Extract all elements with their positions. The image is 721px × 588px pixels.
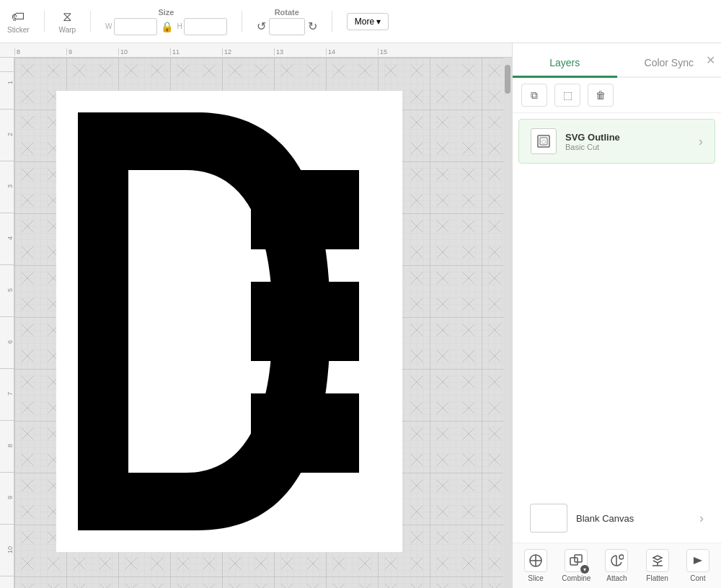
layer-icon: ⬡	[531, 128, 557, 154]
ruler-v-tick-8: 8	[0, 421, 14, 473]
ruler-vertical: 1 2 3 4 5 6 7 8 9 10	[0, 58, 14, 588]
ruler-corner	[0, 58, 14, 72]
scroll-thumb[interactable]	[505, 65, 510, 94]
ruler-tick-10: 10	[118, 48, 170, 55]
ruler-v-tick-4: 4	[0, 213, 14, 265]
layer-info: SVG Outline Basic Cut	[565, 132, 690, 151]
attach-icon	[609, 553, 624, 568]
slice-icon-container	[524, 549, 547, 572]
combine-label: Combine	[562, 574, 590, 582]
slice-label: Slice	[528, 574, 544, 582]
paste-icon: ⬚	[563, 89, 572, 101]
ruler-v-tick-5: 5	[0, 265, 14, 317]
rotate-right-btn[interactable]: ↻	[308, 19, 317, 33]
blank-canvas-label: Blank Canvas	[576, 513, 634, 524]
ruler-tick-13: 13	[274, 48, 326, 55]
sticker-label: Sticker	[7, 26, 30, 34]
ruler-tick-11: 11	[170, 48, 222, 55]
attach-icon-container	[605, 549, 628, 572]
ruler-tick-12: 12	[222, 48, 274, 55]
combine-btn[interactable]: ▾ Combine	[558, 549, 594, 582]
paste-btn[interactable]: ⬚	[554, 84, 580, 107]
slice-btn[interactable]: Slice	[518, 549, 554, 582]
main-area: 8 9 10 11 12 13 14 15 1 2 3 4 5 6 7 8 9 …	[0, 43, 721, 588]
copy-btn[interactable]: ⧉	[521, 84, 547, 107]
vertical-scrollbar[interactable]	[503, 58, 512, 588]
blank-canvas-thumbnail	[530, 504, 567, 533]
more-button[interactable]: More ▾	[347, 13, 389, 30]
flatten-icon	[650, 553, 665, 568]
ruler-v-tick-7: 7	[0, 369, 14, 421]
warp-icon: ⧖	[63, 9, 72, 24]
cont-label: Cont	[690, 574, 705, 582]
warp-tool[interactable]: ⧖ Warp	[59, 9, 76, 34]
ruler-tick-8: 8	[14, 48, 66, 55]
lock-icon: 🔒	[161, 21, 173, 32]
width-label: W	[105, 22, 112, 30]
right-panel: Layers Color Sync ✕ ⧉ ⬚ 🗑	[512, 43, 721, 588]
layer-expand-btn[interactable]: ›	[699, 134, 703, 149]
attach-label: Attach	[606, 574, 627, 582]
height-input[interactable]	[184, 18, 227, 35]
canvas-area[interactable]: 8 9 10 11 12 13 14 15 1 2 3 4 5 6 7 8 9 …	[0, 43, 512, 588]
ruler-v-tick-2: 2	[0, 110, 14, 161]
divider-2	[90, 11, 91, 32]
rotate-controls: ↺ ↻	[257, 18, 317, 35]
divider-4	[332, 11, 332, 32]
copy-icon: ⧉	[531, 89, 538, 102]
ruler-tick-9: 9	[66, 48, 118, 55]
panel-close-btn[interactable]: ✕	[706, 53, 715, 67]
size-tool: Size W 🔒 H	[105, 8, 227, 35]
svg-text:⬡: ⬡	[541, 139, 546, 144]
ruler-v-tick-6: 6	[0, 317, 14, 369]
tab-layers[interactable]: Layers	[513, 57, 617, 78]
svg-rect-18	[575, 555, 582, 562]
width-input[interactable]	[114, 18, 157, 35]
blank-canvas-item: Blank Canvas ›	[518, 496, 715, 540]
warp-label: Warp	[59, 26, 76, 34]
main-toolbar: 🏷 Sticker ⧖ Warp Size W 🔒 H Rotate ↺	[0, 0, 721, 43]
width-group: W	[105, 18, 156, 35]
panel-icon-row: ⧉ ⬚ 🗑	[513, 78, 721, 113]
combine-arrow: ▾	[580, 565, 589, 574]
divider-3	[242, 11, 242, 32]
panel-bottom-toolbar: Slice ▾ Combine	[513, 543, 721, 588]
panel-tabs: Layers Color Sync ✕	[513, 43, 721, 78]
sticker-icon: 🏷	[12, 9, 25, 24]
ruler-horizontal: 8 9 10 11 12 13 14 15	[0, 43, 512, 58]
flatten-icon-container	[646, 549, 669, 572]
ruler-v-tick-10: 10	[0, 525, 14, 576]
dc-logo-svg	[56, 91, 402, 552]
sticker-tool[interactable]: 🏷 Sticker	[7, 9, 30, 34]
layer-svg-icon: ⬡	[536, 134, 551, 148]
more-label: More	[355, 17, 374, 27]
dc-logo-container[interactable]	[56, 91, 402, 555]
blank-canvas-expand: ›	[699, 511, 704, 526]
more-arrow: ▾	[376, 17, 381, 27]
cont-icon-container	[686, 549, 709, 572]
panel-spacer	[513, 166, 721, 494]
lock-icon-container[interactable]: 🔒	[160, 21, 174, 32]
ruler-v-tick-3: 3	[0, 161, 14, 213]
height-label: H	[177, 22, 182, 30]
cont-btn[interactable]: Cont	[680, 549, 716, 582]
grid-canvas[interactable]	[14, 58, 503, 588]
cont-icon	[691, 553, 705, 568]
ruler-tick-14: 14	[326, 48, 378, 55]
rotate-input[interactable]	[269, 18, 305, 35]
ruler-v-tick-9: 9	[0, 473, 14, 525]
combine-icon-container: ▾	[565, 549, 588, 572]
delete-icon: 🗑	[596, 89, 606, 101]
tab-layers-label: Layers	[549, 57, 580, 68]
delete-btn[interactable]: 🗑	[588, 84, 614, 107]
layer-item-svg-outline[interactable]: ⬡ SVG Outline Basic Cut ›	[518, 119, 715, 164]
flatten-btn[interactable]: Flatten	[640, 549, 676, 582]
divider-1	[44, 11, 45, 32]
rotate-tool: Rotate ↺ ↻	[257, 8, 317, 35]
rotate-left-btn[interactable]: ↺	[257, 19, 266, 33]
slice-icon	[528, 553, 543, 568]
tab-color-sync-label: Color Sync	[645, 57, 694, 68]
attach-btn[interactable]: Attach	[598, 549, 634, 582]
ruler-h-ticks: 8 9 10 11 12 13 14 15	[14, 48, 512, 55]
height-group: H	[177, 18, 227, 35]
